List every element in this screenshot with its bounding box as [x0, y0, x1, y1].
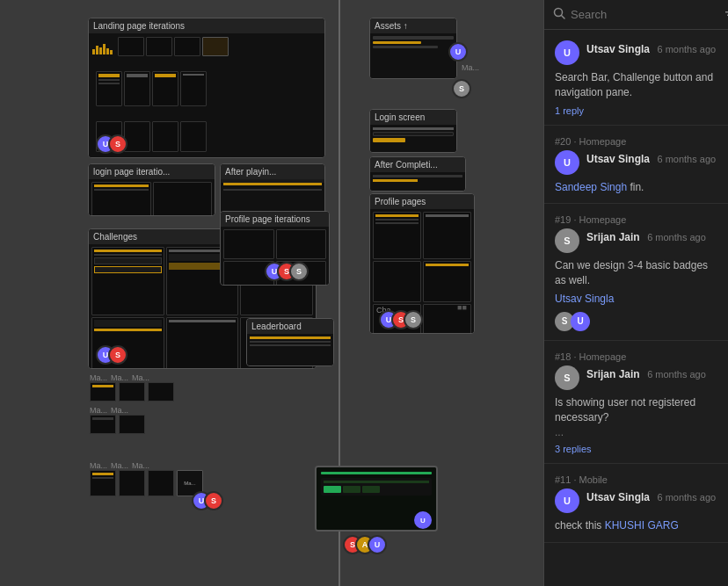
comment-thread-4: #18 · Homepage S Srijan Jain 6 months ag…	[544, 341, 728, 465]
frame-title-leaderboard: Leaderboard	[247, 319, 333, 334]
comment-time-2: 6 months ago	[657, 154, 716, 164]
reply-count-4[interactable]: 3 replies	[555, 444, 717, 454]
comment-time-1: 6 months ago	[657, 44, 716, 54]
comment-link-utsav3: Utsav Singla	[555, 292, 717, 307]
canvas-avatar-s2: S	[108, 345, 127, 365]
search-bar[interactable]	[544, 0, 728, 30]
comment-author-5: Utsav Singla	[586, 491, 650, 503]
label-ma1: Ma...	[90, 373, 107, 382]
label-ma4: Ma...	[90, 406, 107, 415]
comment-author-4: Srijan Jain	[586, 368, 640, 380]
comment-thread-5: #11 · Mobile U Utsav Singla 6 months ago…	[544, 464, 728, 543]
comment-body-1: Search Bar, Challenge button and navigat…	[555, 70, 717, 100]
comment-ellipsis-4: ...	[555, 426, 717, 438]
frame-title-assets: Assets ↑	[370, 18, 456, 33]
comment-link-khushi[interactable]: KHUSHI GARG	[605, 519, 679, 532]
comment-author-2: Utsav Singla	[586, 153, 650, 165]
comment-time-4: 6 months ago	[647, 369, 706, 380]
frame-title-profile-iter: Profile page iterations	[221, 212, 329, 227]
frame-login-screen[interactable]: Login screen	[369, 109, 457, 153]
thread-avatar-u: U	[571, 312, 590, 331]
comment-number-3: #19 · Homepage	[555, 214, 717, 225]
label-ma7: Ma...	[111, 461, 128, 470]
frame-title-login: login page iteratio...	[89, 164, 215, 179]
comment-author-3: Srijan Jain	[586, 231, 640, 243]
label-ma6: Ma...	[90, 461, 107, 470]
frame-landing-page[interactable]: Landing page iterations	[88, 18, 325, 158]
comment-thread-3: #19 · Homepage S Srijan Jain 6 months ag…	[544, 204, 728, 340]
frame-after-completion[interactable]: After Completi...	[369, 156, 466, 192]
comment-number-5: #11 · Mobile	[555, 474, 717, 485]
frame-bottom-preview[interactable]: U	[315, 466, 438, 532]
comment-time-3: 6 months ago	[647, 232, 706, 242]
label-right-indicator: ■■	[457, 303, 467, 312]
frame-after-playing[interactable]: After playin...	[220, 163, 325, 216]
canvas-avatar-s2-profile: S	[404, 310, 423, 329]
search-controls	[724, 8, 728, 22]
canvas-avatar-s-bottom: S	[204, 491, 223, 510]
sidebar: U Utsav Singla 6 months ago Search Bar, …	[543, 0, 728, 586]
canvas-avatar-s-assets: S	[452, 79, 471, 98]
filter-icon[interactable]	[724, 8, 728, 22]
comment-thread-1: U Utsav Singla 6 months ago Search Bar, …	[544, 30, 728, 126]
frame-login-page[interactable]: login page iteratio...	[88, 163, 215, 216]
comment-link-sandeep[interactable]: Sandeep Singh	[555, 181, 627, 193]
frame-assets[interactable]: Assets ↑	[369, 18, 457, 79]
avatar-srijan-3: S	[555, 228, 579, 253]
avatar-utsav-5: U	[555, 488, 579, 513]
comment-thread-2: #20 · Homepage U Utsav Singla 6 months a…	[544, 126, 728, 205]
comment-body-2: Sandeep Singh fin.	[555, 180, 717, 195]
comment-body-3: Can we design 3-4 basic badges as well.	[555, 258, 717, 288]
svg-line-1	[562, 16, 565, 19]
frame-leaderboard[interactable]: Leaderboard	[246, 318, 334, 366]
avatar-utsav-1: U	[555, 40, 579, 65]
search-input[interactable]	[571, 8, 718, 21]
avatar-utsav-2: U	[555, 150, 579, 175]
frame-title-landing: Landing page iterations	[89, 18, 324, 33]
label-ma8: Ma...	[132, 461, 149, 470]
comment-number-4: #18 · Homepage	[555, 351, 717, 362]
frame-title-after-completion: After Completi...	[370, 157, 465, 172]
canvas-avatar-s4: S	[289, 262, 309, 281]
frame-profile-pages[interactable]: Profile pages U S S	[369, 193, 475, 334]
label-ma5: Ma...	[111, 406, 128, 415]
avatar-srijan-4: S	[555, 365, 579, 390]
canvas-avatar-u-assets: U	[448, 42, 468, 61]
search-icon	[553, 7, 565, 22]
frame-title-profile-pages: Profile pages	[370, 194, 474, 209]
comment-body-5: check this KHUSHI GARG	[555, 518, 717, 533]
comment-time-5: 6 months ago	[657, 492, 716, 503]
canvas-area[interactable]: Landing page iterations	[0, 0, 543, 586]
comment-author-1: Utsav Singla	[586, 43, 650, 55]
reply-count-1[interactable]: 1 reply	[555, 105, 717, 116]
label-assets-ma: Ma...	[462, 63, 479, 72]
frame-profile-page[interactable]: Profile page iterations U S S	[220, 211, 330, 286]
comment-body-4: Is showing user not registered necessary…	[555, 395, 717, 425]
canvas-avatar-s-red: S	[108, 134, 127, 154]
label-ma2: Ma...	[111, 373, 128, 382]
frame-title-login-screen: Login screen	[370, 110, 456, 125]
label-ma3: Ma...	[132, 373, 149, 382]
frame-title-after-playing: After playin...	[221, 164, 324, 179]
comment-number-2: #20 · Homepage	[555, 136, 717, 147]
canvas-avatar-u-br: U	[368, 535, 387, 554]
